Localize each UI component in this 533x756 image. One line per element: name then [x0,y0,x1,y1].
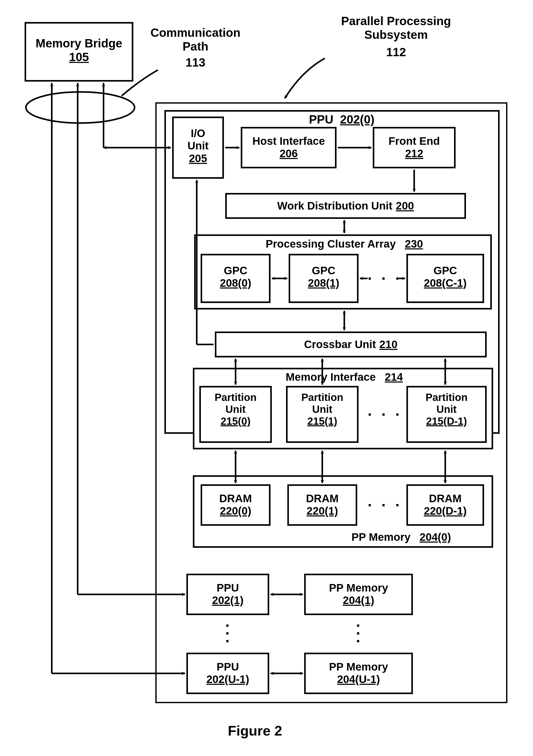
pca-title: Processing Cluster Array 230 [228,238,461,250]
gpc1-box: GPC 208(1) [289,254,359,303]
io-unit-box: I/O Unit 205 [172,117,224,179]
comm-path-num: 113 [176,56,215,69]
gpc0-num: 208(0) [202,277,269,289]
pp-subsystem-num: 112 [368,45,424,59]
wdu-label: Work Distribution Unit [277,200,393,212]
pp-subsystem-label: Parallel Processing Subsystem [329,14,463,42]
ppu0-label: PPU [309,113,333,126]
gpc-ellipsis: · · · [368,269,402,287]
ppmem1-label: PP Memory [306,582,411,594]
wdu-box: Work Distribution Unit 200 [225,193,466,219]
ppuU-label: PPU [188,661,268,673]
dram0-num: 220(0) [202,505,269,517]
part0-box: Partition Unit 215(0) [199,386,272,443]
gpc0-label: GPC [202,264,269,277]
gpc1-label: GPC [290,264,357,277]
part1-label: Partition Unit [288,392,357,415]
comm-path-label: Communication Path [144,26,247,53]
dram1-box: DRAM 220(1) [287,484,357,526]
ppmemU-label: PP Memory [306,661,411,673]
front-end-label: Front End [374,135,454,148]
pca-num: 230 [405,238,423,250]
ppuU-box: PPU 202(U-1) [186,653,269,694]
dram-ellipsis: · · · [368,496,402,514]
ppuU-num: 202(U-1) [188,673,268,686]
memory-bridge-box: Memory Bridge 105 [25,22,133,82]
ppu1-num: 202(1) [188,594,268,607]
ppu0-num: 202(0) [340,113,374,126]
partD-box: Partition Unit 215(D-1) [406,386,487,443]
ppmem1-num: 204(1) [306,594,411,607]
partD-num: 215(D-1) [408,415,485,427]
dram0-label: DRAM [202,492,269,505]
ppmem0-num: 204(0) [419,531,451,543]
gpc1-num: 208(1) [290,277,357,289]
crossbar-num: 210 [379,338,397,350]
part1-box: Partition Unit 215(1) [286,386,359,443]
diagram-canvas: Memory Bridge 105 Communication Path 113… [0,0,533,756]
ppmem1-box: PP Memory 204(1) [304,574,413,615]
crossbar-label: Crossbar Unit [304,338,376,350]
dram1-num: 220(1) [289,505,356,517]
io-unit-label: I/O Unit [174,127,222,152]
front-end-num: 212 [374,148,454,160]
svg-point-0 [26,92,135,123]
part-ellipsis: · · · [368,405,402,423]
mem-if-label: Memory Interface [286,371,376,383]
ppu1-label: PPU [188,582,268,594]
dramD-box: DRAM 220(D-1) [406,484,484,526]
wdu-num: 200 [396,200,414,212]
ppmem0-label: PP Memory [351,531,411,543]
part0-label: Partition Unit [201,392,270,415]
mem-if-num: 214 [385,371,403,383]
io-unit-num: 205 [174,152,222,165]
ppu0-title: PPU 202(0) [295,113,388,126]
pca-label: Processing Cluster Array [266,238,396,250]
host-if-box: Host Interface 206 [241,127,337,168]
dramD-num: 220(D-1) [408,505,483,517]
ppmemU-box: PP Memory 204(U-1) [304,653,413,694]
dram1-label: DRAM [289,492,356,505]
crossbar-box: Crossbar Unit 210 [215,332,487,357]
gpcC-num: 208(C-1) [408,277,483,289]
host-if-label: Host Interface [242,135,335,148]
host-if-num: 206 [242,148,335,160]
mem-if-title: Memory Interface 214 [254,371,435,383]
gpcC-box: GPC 208(C-1) [406,254,484,303]
front-end-box: Front End 212 [373,127,456,168]
ppu1-box: PPU 202(1) [186,574,269,615]
part0-num: 215(0) [201,415,270,427]
part1-num: 215(1) [288,415,357,427]
figure-caption: Figure 2 [228,723,282,739]
ppmem0-title: PP Memory 204(0) [318,531,484,543]
dramD-label: DRAM [408,492,483,505]
gpcC-label: GPC [408,264,483,277]
ppmem-ellipsis: ··· [356,622,360,645]
dram0-box: DRAM 220(0) [201,484,270,526]
gpc0-box: GPC 208(0) [201,254,270,303]
memory-bridge-label: Memory Bridge [26,37,132,50]
ppmemU-num: 204(U-1) [306,673,411,686]
partD-label: Partition Unit [408,392,485,415]
ppu-ellipsis: ··· [225,622,230,645]
memory-bridge-num: 105 [26,50,132,64]
